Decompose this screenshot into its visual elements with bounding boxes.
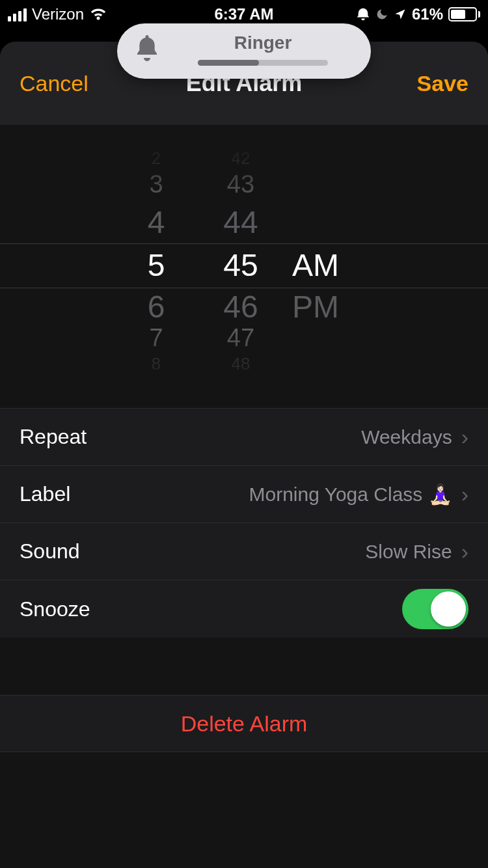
label-row[interactable]: Label Morning Yoga Class 🧘🏻‍♀️ › (0, 466, 488, 523)
cancel-button[interactable]: Cancel (20, 71, 88, 96)
delete-row[interactable]: Delete Alarm (0, 695, 488, 752)
chevron-right-icon: › (461, 424, 468, 450)
ringer-volume-fill (198, 60, 259, 66)
label-label: Label (20, 482, 70, 506)
battery-percent: 61% (412, 5, 443, 23)
alarm-icon (356, 7, 370, 21)
sound-value: Slow Rise (365, 541, 452, 563)
do-not-disturb-icon (375, 8, 388, 21)
chevron-right-icon: › (461, 481, 468, 507)
repeat-label: Repeat (20, 425, 87, 449)
delete-alarm-button[interactable]: Delete Alarm (181, 711, 308, 737)
wifi-icon (89, 7, 107, 21)
chevron-right-icon: › (461, 539, 468, 564)
period-picker-column[interactable]: AM PM (283, 125, 374, 408)
alarm-settings-list: Repeat Weekdays › Label Morning Yoga Cla… (0, 409, 488, 638)
ringer-volume-track (198, 60, 328, 66)
time-picker[interactable]: 2 3 4 5 6 7 8 42 43 44 45 46 47 48 AM PM (0, 125, 488, 409)
hour-picker-column[interactable]: 2 3 4 5 6 7 8 (114, 125, 198, 408)
edit-alarm-sheet: Cancel Edit Alarm Save 2 3 4 5 6 7 8 42 … (0, 42, 488, 868)
sound-label: Sound (20, 539, 80, 563)
section-gap (0, 638, 488, 695)
status-left: Verizon (8, 5, 107, 23)
ringer-volume-hud: Ringer (117, 23, 371, 79)
repeat-value: Weekdays (361, 426, 452, 448)
sound-row[interactable]: Sound Slow Rise › (0, 523, 488, 580)
snooze-label: Snooze (20, 597, 90, 621)
label-value: Morning Yoga Class 🧘🏻‍♀️ (249, 483, 452, 506)
save-button[interactable]: Save (417, 71, 468, 96)
status-right: 61% (356, 5, 480, 23)
minute-picker-column[interactable]: 42 43 44 45 46 47 48 (198, 125, 283, 408)
snooze-toggle[interactable] (402, 589, 468, 629)
cellular-signal-icon (8, 7, 27, 21)
snooze-row: Snooze (0, 580, 488, 638)
battery-fill (451, 10, 465, 19)
location-icon (394, 8, 407, 21)
repeat-row[interactable]: Repeat Weekdays › (0, 409, 488, 466)
ringer-hud-title: Ringer (234, 33, 292, 53)
carrier-label: Verizon (32, 5, 84, 23)
bottom-fill (0, 752, 488, 868)
toggle-knob (431, 591, 466, 627)
battery-icon (448, 7, 480, 21)
bell-icon (134, 34, 160, 65)
